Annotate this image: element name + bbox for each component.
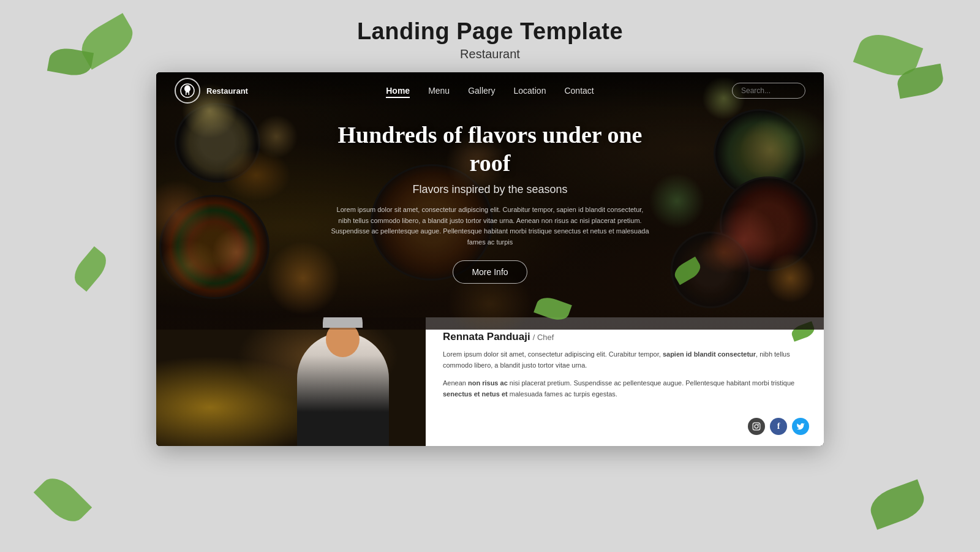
page-subtitle: Restaurant — [357, 47, 623, 61]
nav-contact[interactable]: Contact — [564, 86, 594, 96]
website-mockup: Restaurant Home Menu Gallery Location Co… — [156, 72, 824, 446]
instagram-icon[interactable] — [748, 418, 765, 435]
chef-name: Rennata Panduaji — [443, 331, 530, 342]
nav-location[interactable]: Location — [514, 86, 546, 96]
nav-gallery[interactable]: Gallery — [468, 86, 495, 96]
decorative-leaf-bottomright — [865, 479, 929, 529]
logo-text: Restaurant — [206, 86, 248, 96]
page-title: Landing Page Template — [357, 18, 623, 45]
page-header: Landing Page Template Restaurant — [357, 0, 623, 72]
navbar: Restaurant Home Menu Gallery Location Co… — [156, 72, 824, 109]
chef-role: / Chef — [533, 333, 554, 342]
search-input[interactable] — [732, 83, 805, 99]
nav-home[interactable]: Home — [386, 86, 410, 96]
svg-point-4 — [758, 424, 759, 425]
decorative-leaf-midleft — [69, 246, 112, 292]
nav-menu[interactable]: Menu — [428, 86, 450, 96]
hero-content: Hundreds of flavors under one roof Flavo… — [331, 121, 649, 284]
social-icons: f — [748, 418, 809, 435]
chef-description-2: Aenean non risus ac nisi placerat pretiu… — [443, 378, 807, 399]
bottom-section: Rennata Panduaji / Chef Lorem ipsum dolo… — [156, 317, 824, 446]
svg-point-3 — [755, 425, 758, 428]
chef-name-row: Rennata Panduaji / Chef — [443, 331, 807, 343]
hero-title: Hundreds of flavors under one roof — [331, 121, 649, 177]
logo-icon — [175, 78, 200, 104]
chef-info-card: Rennata Panduaji / Chef Lorem ipsum dolo… — [426, 317, 824, 446]
twitter-icon[interactable] — [792, 418, 809, 435]
facebook-icon[interactable]: f — [770, 418, 787, 435]
hero-subtitle: Flavors inspired by the seasons — [331, 183, 649, 196]
nav-links: Home Menu Gallery Location Contact — [386, 86, 594, 96]
chef-photo-card — [156, 317, 426, 446]
logo-svg — [179, 83, 195, 99]
decorative-leaf-bottomleft — [34, 471, 92, 529]
svg-rect-2 — [753, 423, 760, 430]
hero-description: Lorem ipsum dolor sit amet, consectetur … — [331, 205, 649, 248]
more-info-button[interactable]: More Info — [453, 260, 527, 284]
logo-area: Restaurant — [175, 78, 248, 104]
chef-description-1: Lorem ipsum dolor sit amet, consectetur … — [443, 349, 807, 371]
